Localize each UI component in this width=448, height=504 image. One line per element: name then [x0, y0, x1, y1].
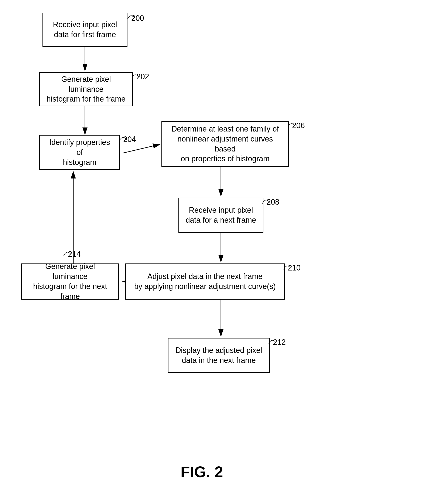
box-214: Generate pixel luminancehistogram for th… — [21, 264, 119, 300]
box-202: Generate pixel luminancehistogram for th… — [39, 72, 133, 106]
box-200: Receive input pixel data for first frame — [42, 13, 127, 47]
box-212: Display the adjusted pixeldata in the ne… — [168, 338, 270, 373]
box-210: Adjust pixel data in the next frameby ap… — [125, 264, 285, 300]
box-208: Receive input pixeldata for a next frame — [179, 198, 263, 233]
diagram-container: Receive input pixel data for first frame… — [0, 0, 448, 504]
box-206: Determine at least one family ofnonlinea… — [161, 121, 289, 167]
figure-label: FIG. 2 — [149, 463, 255, 481]
box-204: Identify properties ofhistogram — [39, 135, 120, 170]
svg-line-3 — [123, 144, 159, 153]
